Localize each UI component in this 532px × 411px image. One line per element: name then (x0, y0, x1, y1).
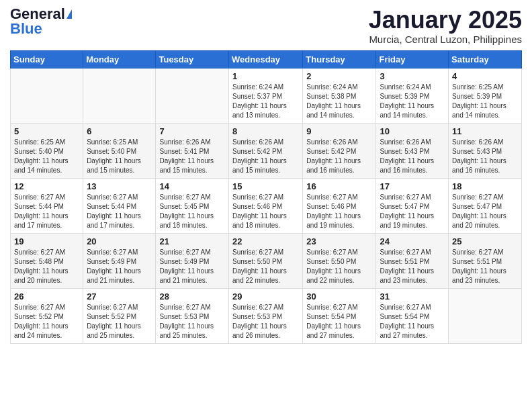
logo-blue: Blue (10, 21, 42, 36)
day-info: Sunrise: 6:27 AM Sunset: 5:47 PM Dayligh… (380, 193, 445, 230)
day-number: 23 (306, 236, 372, 246)
day-number: 8 (232, 126, 299, 136)
day-number: 11 (452, 126, 518, 136)
calendar-week-row: 19Sunrise: 6:27 AM Sunset: 5:48 PM Dayli… (11, 233, 522, 288)
day-info: Sunrise: 6:26 AM Sunset: 5:42 PM Dayligh… (306, 138, 372, 175)
day-info: Sunrise: 6:27 AM Sunset: 5:54 PM Dayligh… (380, 303, 445, 340)
page-title: January 2025 (369, 7, 522, 34)
day-number: 7 (159, 126, 225, 136)
calendar-cell: 9Sunrise: 6:26 AM Sunset: 5:42 PM Daylig… (303, 123, 376, 178)
calendar-cell (156, 68, 229, 123)
calendar-cell: 12Sunrise: 6:27 AM Sunset: 5:44 PM Dayli… (11, 178, 83, 233)
day-number: 24 (380, 236, 445, 246)
day-number: 14 (159, 181, 225, 191)
day-info: Sunrise: 6:24 AM Sunset: 5:38 PM Dayligh… (306, 83, 372, 120)
day-info: Sunrise: 6:26 AM Sunset: 5:41 PM Dayligh… (159, 138, 225, 175)
day-number: 3 (380, 71, 445, 81)
calendar-cell: 1Sunrise: 6:24 AM Sunset: 5:37 PM Daylig… (229, 68, 303, 123)
day-number: 15 (232, 181, 299, 191)
calendar-cell: 15Sunrise: 6:27 AM Sunset: 5:46 PM Dayli… (229, 178, 303, 233)
calendar-cell: 24Sunrise: 6:27 AM Sunset: 5:51 PM Dayli… (376, 233, 449, 288)
day-info: Sunrise: 6:25 AM Sunset: 5:40 PM Dayligh… (87, 138, 152, 175)
calendar-header-sunday: Sunday (11, 50, 83, 68)
day-info: Sunrise: 6:27 AM Sunset: 5:54 PM Dayligh… (306, 303, 372, 340)
day-info: Sunrise: 6:27 AM Sunset: 5:49 PM Dayligh… (159, 248, 225, 285)
day-number: 18 (452, 181, 518, 191)
day-number: 10 (380, 126, 445, 136)
day-info: Sunrise: 6:27 AM Sunset: 5:51 PM Dayligh… (452, 248, 518, 285)
calendar-cell: 28Sunrise: 6:27 AM Sunset: 5:53 PM Dayli… (156, 288, 229, 343)
calendar-cell: 13Sunrise: 6:27 AM Sunset: 5:44 PM Dayli… (83, 178, 156, 233)
day-info: Sunrise: 6:25 AM Sunset: 5:40 PM Dayligh… (14, 138, 79, 175)
day-info: Sunrise: 6:27 AM Sunset: 5:45 PM Dayligh… (159, 193, 225, 230)
day-number: 2 (306, 71, 372, 81)
logo-general: General (10, 7, 65, 21)
calendar-cell: 3Sunrise: 6:24 AM Sunset: 5:39 PM Daylig… (376, 68, 449, 123)
calendar-cell: 29Sunrise: 6:27 AM Sunset: 5:53 PM Dayli… (229, 288, 303, 343)
day-number: 26 (14, 291, 79, 302)
calendar-cell: 21Sunrise: 6:27 AM Sunset: 5:49 PM Dayli… (156, 233, 229, 288)
calendar-cell: 18Sunrise: 6:27 AM Sunset: 5:47 PM Dayli… (449, 178, 522, 233)
calendar-cell: 17Sunrise: 6:27 AM Sunset: 5:47 PM Dayli… (376, 178, 449, 233)
day-info: Sunrise: 6:24 AM Sunset: 5:39 PM Dayligh… (380, 83, 445, 120)
day-number: 25 (452, 236, 518, 246)
day-info: Sunrise: 6:25 AM Sunset: 5:39 PM Dayligh… (452, 83, 518, 120)
day-info: Sunrise: 6:27 AM Sunset: 5:44 PM Dayligh… (14, 193, 79, 230)
calendar-cell: 19Sunrise: 6:27 AM Sunset: 5:48 PM Dayli… (11, 233, 83, 288)
calendar-cell: 27Sunrise: 6:27 AM Sunset: 5:52 PM Dayli… (83, 288, 156, 343)
day-info: Sunrise: 6:27 AM Sunset: 5:50 PM Dayligh… (306, 248, 372, 285)
calendar-cell (83, 68, 156, 123)
calendar-header-friday: Friday (376, 50, 449, 68)
calendar-week-row: 26Sunrise: 6:27 AM Sunset: 5:52 PM Dayli… (11, 288, 522, 343)
day-info: Sunrise: 6:27 AM Sunset: 5:50 PM Dayligh… (232, 248, 299, 285)
day-info: Sunrise: 6:27 AM Sunset: 5:47 PM Dayligh… (452, 193, 518, 230)
day-info: Sunrise: 6:27 AM Sunset: 5:49 PM Dayligh… (87, 248, 152, 285)
day-number: 19 (14, 236, 79, 246)
calendar-cell: 11Sunrise: 6:26 AM Sunset: 5:43 PM Dayli… (449, 123, 522, 178)
day-number: 21 (159, 236, 225, 246)
day-info: Sunrise: 6:24 AM Sunset: 5:37 PM Dayligh… (232, 83, 299, 120)
calendar-week-row: 1Sunrise: 6:24 AM Sunset: 5:37 PM Daylig… (11, 68, 522, 123)
calendar-header-tuesday: Tuesday (156, 50, 229, 68)
day-number: 29 (232, 291, 299, 302)
page-location: Murcia, Central Luzon, Philippines (369, 34, 522, 45)
calendar-cell: 25Sunrise: 6:27 AM Sunset: 5:51 PM Dayli… (449, 233, 522, 288)
day-info: Sunrise: 6:27 AM Sunset: 5:53 PM Dayligh… (159, 303, 225, 340)
calendar-header-monday: Monday (83, 50, 156, 68)
day-info: Sunrise: 6:27 AM Sunset: 5:46 PM Dayligh… (232, 193, 299, 230)
day-info: Sunrise: 6:27 AM Sunset: 5:53 PM Dayligh… (232, 303, 299, 340)
header: General Blue January 2025 Murcia, Centra… (10, 7, 522, 45)
calendar-cell: 23Sunrise: 6:27 AM Sunset: 5:50 PM Dayli… (303, 233, 376, 288)
day-number: 4 (452, 71, 518, 81)
calendar-header-row: SundayMondayTuesdayWednesdayThursdayFrid… (11, 50, 522, 68)
day-info: Sunrise: 6:27 AM Sunset: 5:46 PM Dayligh… (306, 193, 372, 230)
logo: General Blue (10, 7, 72, 36)
day-info: Sunrise: 6:27 AM Sunset: 5:52 PM Dayligh… (14, 303, 79, 340)
day-number: 12 (14, 181, 79, 191)
calendar-week-row: 12Sunrise: 6:27 AM Sunset: 5:44 PM Dayli… (11, 178, 522, 233)
day-number: 9 (306, 126, 372, 136)
calendar-cell: 16Sunrise: 6:27 AM Sunset: 5:46 PM Dayli… (303, 178, 376, 233)
calendar-cell: 10Sunrise: 6:26 AM Sunset: 5:43 PM Dayli… (376, 123, 449, 178)
calendar-cell: 30Sunrise: 6:27 AM Sunset: 5:54 PM Dayli… (303, 288, 376, 343)
day-number: 6 (87, 126, 152, 136)
day-info: Sunrise: 6:27 AM Sunset: 5:52 PM Dayligh… (87, 303, 152, 340)
calendar-cell: 26Sunrise: 6:27 AM Sunset: 5:52 PM Dayli… (11, 288, 83, 343)
page-container: General Blue January 2025 Murcia, Centra… (0, 0, 532, 351)
day-number: 1 (232, 71, 299, 81)
day-number: 5 (14, 126, 79, 136)
day-info: Sunrise: 6:27 AM Sunset: 5:44 PM Dayligh… (87, 193, 152, 230)
day-number: 16 (306, 181, 372, 191)
logo-triangle-icon (66, 9, 72, 19)
calendar-cell (449, 288, 522, 343)
calendar-table: SundayMondayTuesdayWednesdayThursdayFrid… (10, 50, 522, 344)
day-info: Sunrise: 6:27 AM Sunset: 5:48 PM Dayligh… (14, 248, 79, 285)
calendar-header-saturday: Saturday (449, 50, 522, 68)
day-number: 30 (306, 291, 372, 302)
day-number: 13 (87, 181, 152, 191)
day-number: 20 (87, 236, 152, 246)
title-block: January 2025 Murcia, Central Luzon, Phil… (369, 7, 522, 45)
calendar-header-thursday: Thursday (303, 50, 376, 68)
calendar-cell: 14Sunrise: 6:27 AM Sunset: 5:45 PM Dayli… (156, 178, 229, 233)
calendar-cell (11, 68, 83, 123)
